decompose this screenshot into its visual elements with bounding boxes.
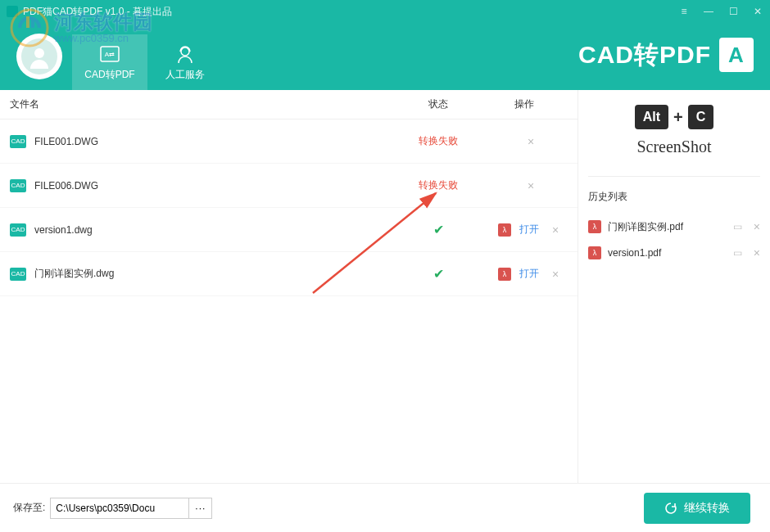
history-item[interactable]: λ 门刚详图实例.pdf ▭ × bbox=[588, 214, 760, 240]
tab-customer-service[interactable]: 人工服务 bbox=[147, 34, 223, 90]
titlebar: PDF猫CAD转PDF v1.0 - 暮提出品 ≡ — ☐ ✕ bbox=[0, 0, 770, 23]
table-row[interactable]: CAD FILE006.DWG 转换失败 × bbox=[0, 164, 578, 208]
file-status: 转换失败 bbox=[393, 178, 483, 192]
remove-button[interactable]: × bbox=[754, 220, 760, 233]
table-header: 文件名 状态 操作 bbox=[0, 90, 578, 119]
save-path-input[interactable] bbox=[50, 498, 189, 519]
file-name: version1.dwg bbox=[34, 224, 393, 236]
svg-point-6 bbox=[181, 47, 189, 56]
open-link[interactable]: 打开 bbox=[519, 223, 539, 237]
key-c: C bbox=[688, 105, 714, 129]
cad-file-icon: CAD bbox=[10, 223, 26, 237]
continue-convert-button[interactable]: 继续转换 bbox=[644, 493, 750, 524]
file-operations: λ 打开 × bbox=[483, 267, 573, 281]
cad-convert-icon: A⇄ bbox=[99, 43, 120, 65]
app-icon bbox=[7, 6, 18, 17]
cad-file-icon: CAD bbox=[10, 268, 26, 281]
brand-logo: CAD转PDF A bbox=[578, 38, 754, 72]
table-row[interactable]: CAD 门刚详图实例.dwg ✔ λ 打开 × bbox=[0, 252, 578, 296]
file-name: FILE006.DWG bbox=[34, 180, 393, 192]
header: A⇄ CAD转PDF 人工服务 CAD转PDF A bbox=[0, 23, 770, 90]
remove-button[interactable]: × bbox=[552, 223, 559, 237]
file-panel: 文件名 状态 操作 CAD FILE001.DWG 转换失败 × CAD FIL… bbox=[0, 90, 578, 483]
file-operations: × bbox=[483, 135, 573, 148]
table-row[interactable]: CAD version1.dwg ✔ λ 打开 × bbox=[0, 208, 578, 252]
pdf-icon: λ bbox=[588, 246, 601, 259]
history-file-name: 门刚详图实例.pdf bbox=[608, 220, 727, 234]
tab-cad-to-pdf[interactable]: A⇄ CAD转PDF bbox=[72, 34, 147, 90]
avatar[interactable] bbox=[16, 34, 62, 79]
check-icon: ✔ bbox=[433, 223, 444, 237]
key-alt: Alt bbox=[635, 105, 668, 129]
svg-point-3 bbox=[34, 48, 44, 58]
avatar-placeholder-icon bbox=[21, 38, 57, 74]
refresh-icon bbox=[664, 502, 677, 515]
pdf-icon: λ bbox=[498, 223, 511, 237]
file-operations: × bbox=[483, 179, 573, 192]
history-title: 历史列表 bbox=[588, 176, 760, 204]
close-button[interactable]: ✕ bbox=[752, 6, 763, 17]
window-title: PDF猫CAD转PDF v1.0 - 暮提出品 bbox=[23, 5, 172, 19]
file-list: CAD FILE001.DWG 转换失败 × CAD FILE006.DWG 转… bbox=[0, 119, 578, 483]
pdf-icon: λ bbox=[588, 220, 601, 233]
menu-toggle-icon[interactable]: ≡ bbox=[678, 6, 690, 17]
promo-banner[interactable]: Alt + C ScreenShot bbox=[588, 105, 760, 156]
file-status: ✔ bbox=[393, 266, 483, 282]
minimize-button[interactable]: — bbox=[703, 6, 714, 17]
maximize-button[interactable]: ☐ bbox=[727, 6, 739, 17]
table-row[interactable]: CAD FILE001.DWG 转换失败 × bbox=[0, 119, 578, 164]
open-link[interactable]: 打开 bbox=[519, 267, 539, 281]
remove-button[interactable]: × bbox=[552, 268, 559, 281]
pdf-icon: λ bbox=[498, 268, 511, 281]
footer: 保存至: ··· 继续转换 bbox=[0, 483, 770, 532]
file-operations: λ 打开 × bbox=[483, 223, 573, 237]
brand-badge-icon: A bbox=[719, 38, 754, 72]
file-status: 转换失败 bbox=[393, 134, 483, 148]
promo-label: ScreenShot bbox=[588, 138, 760, 156]
col-header-name: 文件名 bbox=[10, 97, 393, 111]
remove-button[interactable]: × bbox=[528, 179, 534, 192]
open-folder-icon[interactable]: ▭ bbox=[733, 247, 742, 259]
open-folder-icon[interactable]: ▭ bbox=[733, 221, 742, 232]
history-item[interactable]: λ version1.pdf ▭ × bbox=[588, 240, 760, 266]
check-icon: ✔ bbox=[433, 267, 444, 281]
cad-file-icon: CAD bbox=[10, 135, 26, 148]
save-to-label: 保存至: bbox=[13, 501, 45, 515]
file-name: FILE001.DWG bbox=[34, 136, 393, 147]
cad-file-icon: CAD bbox=[10, 179, 26, 192]
plus-icon: + bbox=[673, 108, 683, 127]
side-panel: Alt + C ScreenShot 历史列表 λ 门刚详图实例.pdf ▭ ×… bbox=[578, 90, 770, 483]
col-header-op: 操作 bbox=[483, 97, 565, 111]
svg-text:A⇄: A⇄ bbox=[105, 51, 115, 58]
file-status: ✔ bbox=[393, 222, 483, 237]
history-file-name: version1.pdf bbox=[608, 247, 727, 259]
col-header-status: 状态 bbox=[393, 97, 483, 111]
browse-button[interactable]: ··· bbox=[189, 498, 212, 519]
service-icon bbox=[174, 43, 196, 65]
file-name: 门刚详图实例.dwg bbox=[34, 267, 393, 281]
remove-button[interactable]: × bbox=[754, 246, 760, 259]
remove-button[interactable]: × bbox=[528, 135, 534, 148]
